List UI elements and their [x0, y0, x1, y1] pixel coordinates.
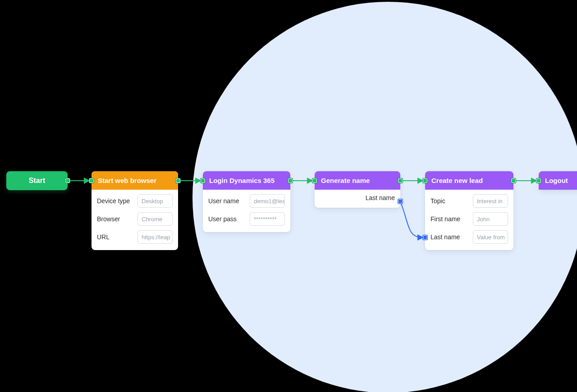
field-row: URLhttps://leap: [97, 230, 173, 244]
start-node[interactable]: Start: [6, 171, 68, 190]
field-label: Last name: [366, 194, 395, 201]
field-row: User namedemo1@lea: [208, 194, 285, 208]
field-row: Device typeDesktop: [97, 194, 173, 208]
node-body: Device typeDesktopBrowserChromeURLhttps:…: [92, 190, 178, 250]
port-lead.field.2.in[interactable]: [423, 235, 427, 240]
field-input[interactable]: demo1@lea: [250, 194, 285, 208]
field-input[interactable]: Value from: [473, 230, 508, 244]
field-label: User name: [208, 197, 239, 205]
node-header[interactable]: Login Dynamics 365: [203, 171, 290, 190]
field-row: Last name: [320, 194, 395, 201]
field-row: TopicInterest in: [430, 194, 508, 208]
node-title: Logout: [545, 177, 568, 184]
field-input[interactable]: Chrome: [137, 212, 173, 226]
node-title: Start web browser: [98, 177, 156, 184]
port-start.out[interactable]: [65, 178, 70, 183]
port-login.in[interactable]: [201, 178, 205, 183]
port-browser.in[interactable]: [89, 178, 94, 183]
port-gen.in[interactable]: [312, 178, 317, 183]
node-login[interactable]: Login Dynamics 365User namedemo1@leaUser…: [203, 171, 290, 232]
port-gen.field.0.out[interactable]: [398, 199, 403, 204]
port-lead.in[interactable]: [423, 178, 427, 183]
field-label: URL: [97, 233, 110, 241]
field-input[interactable]: https://leap: [137, 230, 173, 244]
field-row: BrowserChrome: [97, 212, 173, 226]
start-label: Start: [29, 177, 45, 185]
node-body: Last name: [315, 190, 400, 208]
field-input[interactable]: John: [473, 212, 508, 226]
field-label: Topic: [430, 197, 445, 205]
node-body: TopicInterest inFirst nameJohnLast nameV…: [425, 190, 513, 250]
field-input[interactable]: **********: [250, 212, 285, 226]
node-title: Login Dynamics 365: [209, 177, 275, 184]
node-gen[interactable]: Generate nameLast name: [315, 171, 400, 208]
node-title: Create new lead: [431, 177, 483, 184]
field-label: Last name: [430, 233, 460, 241]
node-header[interactable]: Create new lead: [425, 171, 513, 190]
field-label: First name: [430, 215, 460, 223]
node-body: User namedemo1@leaUser pass**********: [203, 190, 290, 232]
node-browser[interactable]: Start web browserDevice typeDesktopBrows…: [92, 171, 178, 250]
port-lead.out[interactable]: [511, 178, 516, 183]
node-header[interactable]: Start web browser: [92, 171, 178, 190]
port-gen.out[interactable]: [398, 178, 403, 183]
port-browser.out[interactable]: [176, 178, 180, 183]
field-label: Browser: [97, 215, 120, 223]
field-row: First nameJohn: [430, 212, 508, 226]
field-row: Last nameValue from: [430, 230, 508, 244]
node-title: Generate name: [321, 177, 370, 184]
port-logout.in[interactable]: [536, 178, 541, 183]
node-header[interactable]: Generate name: [315, 171, 400, 190]
node-header[interactable]: Logout: [539, 171, 577, 190]
port-login.out[interactable]: [288, 178, 293, 183]
flow-canvas[interactable]: StartStart web browserDevice typeDesktop…: [0, 0, 577, 392]
field-row: User pass**********: [208, 212, 285, 226]
field-label: User pass: [208, 215, 237, 223]
node-logout[interactable]: Logout: [539, 171, 577, 190]
field-input[interactable]: Desktop: [137, 194, 173, 208]
node-lead[interactable]: Create new leadTopicInterest inFirst nam…: [425, 171, 513, 250]
field-input[interactable]: Interest in: [473, 194, 508, 208]
field-label: Device type: [97, 197, 130, 205]
